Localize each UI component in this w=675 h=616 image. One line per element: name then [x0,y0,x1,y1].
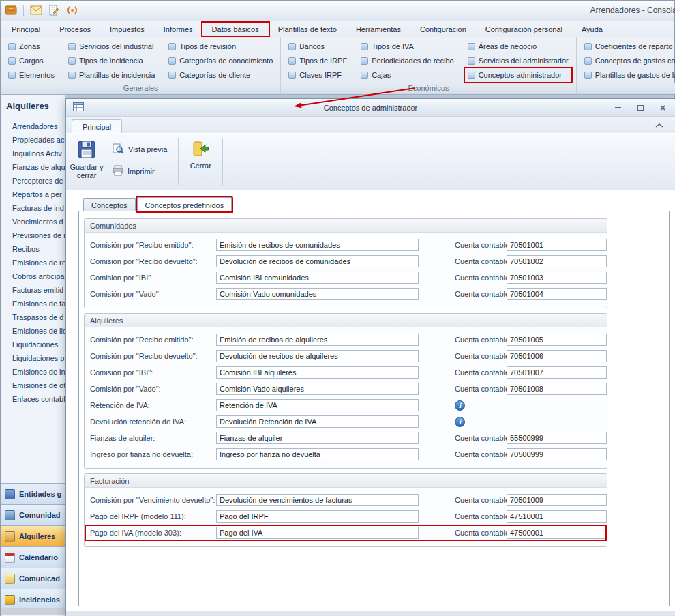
sidebar-item-previsiones-de-i[interactable]: Previsiones de i [1,229,65,242]
close-dialog-button[interactable]: Cerrar [183,136,218,188]
account-input[interactable] [507,239,607,251]
ribbon-item-cargos[interactable]: Cargos [5,54,57,68]
account-input[interactable] [507,255,607,267]
account-input[interactable] [507,366,607,379]
sidebar-item-emisiones-de-ot[interactable]: Emisiones de ot [1,379,65,392]
close-button[interactable]: × [656,102,670,113]
print-button[interactable]: Imprimir [108,163,171,179]
sidebar-item-propiedades-ac[interactable]: Propiedades ac [1,133,65,147]
tab-conceptos-predefinidos[interactable]: Conceptos predefinidos [137,197,232,211]
account-input[interactable] [507,510,607,523]
concept-input[interactable] [216,288,419,300]
account-input[interactable] [507,432,607,444]
sidebar-item-recibos[interactable]: Recibos [1,242,65,256]
concept-input[interactable] [216,272,419,284]
ribbon-item-categorias-de-cliente[interactable]: Categorías de cliente [166,68,275,82]
menu-tab-impuestos[interactable]: Impuestos [100,23,154,36]
nav-item-entidades-g[interactable]: Entidades g [1,483,65,504]
nav-item-alquileres[interactable]: Alquileres [1,525,65,546]
ribbon-item-plantillas-de-gastos-de-la-comunidad[interactable]: Plantillas de gastos de la comunidad [582,68,675,82]
menu-tab-configuracion-personal[interactable]: Configuración personal [476,23,572,36]
ribbon-item-plantillas-de-incidencia[interactable]: Plantillas de incidencia [65,68,158,82]
ribbon-item-coeficientes-de-reparto[interactable]: Coeficientes de reparto [582,40,675,53]
ribbon-item-categorias-de-conocimiento[interactable]: Categorías de conocimiento [166,54,275,68]
nav-item-calendario[interactable]: Calendario [1,546,65,568]
ribbon-item-servicios-del-administrador[interactable]: Servicios del administrador [465,54,571,68]
mail-icon[interactable] [30,5,42,16]
sidebar-item-repartos-a-per[interactable]: Repartos a per [1,188,65,201]
minimize-button[interactable] [611,102,625,113]
ribbon-item-servicios-del-industrial[interactable]: Servicios del industrial [65,40,158,53]
info-icon[interactable]: i [455,417,465,427]
dialog-titlebar[interactable]: Conceptos de administrador × [66,99,675,117]
chevron-up-icon[interactable] [655,121,664,130]
concept-input[interactable] [216,255,419,267]
ribbon-item-cajas[interactable]: Cajas [358,68,456,82]
sidebar-item-facturas-de-ind[interactable]: Facturas de ind [1,201,65,215]
ribbon-item-bancos[interactable]: Bancos [286,40,350,53]
sidebar-item-emisiones-de-in[interactable]: Emisiones de in [1,365,65,379]
concept-input[interactable] [216,383,419,395]
tab-principal[interactable]: Principal [72,119,122,133]
sidebar-item-fianzas-de-alqu[interactable]: Fianzas de alqu [1,160,65,174]
account-input[interactable] [507,527,607,539]
concept-input[interactable] [216,366,419,379]
feed-icon[interactable] [66,5,78,17]
ribbon-item-conceptos-de-gastos-comunitarios[interactable]: Conceptos de gastos comunitarios [582,54,675,68]
nav-item-comunicad[interactable]: Comunicad [1,568,65,589]
account-input[interactable] [507,350,607,362]
concept-input[interactable] [216,510,419,523]
ribbon-item-claves-irpf[interactable]: Claves IRPF [286,68,350,82]
nav-item-comunidad[interactable]: Comunidad [1,504,65,525]
concept-input[interactable] [216,334,419,346]
menu-tab-herramientas[interactable]: Herramientas [346,23,410,36]
ribbon-item-conceptos-administrador[interactable]: Conceptos administrador [465,68,571,82]
save-and-close-button[interactable]: Guardar y cerrar [69,136,104,188]
account-input[interactable] [507,334,607,346]
menu-tab-principal[interactable]: Principal [2,23,50,36]
ribbon-item-elementos[interactable]: Elementos [5,68,57,82]
concept-input[interactable] [216,527,419,539]
menu-tab-ayuda[interactable]: Ayuda [572,23,612,36]
sidebar-item-arrendadores[interactable]: Arrendadores [1,119,65,133]
ribbon-item-zonas[interactable]: Zonas [5,40,57,53]
menu-tab-procesos[interactable]: Procesos [50,23,100,36]
sidebar-item-emisiones-de-re[interactable]: Emisiones de re [1,256,65,269]
maximize-button[interactable] [633,102,647,113]
sidebar-item-cobros-anticipa[interactable]: Cobros anticipa [1,269,65,283]
sidebar-item-liquidaciones[interactable]: Liquidaciones [1,338,65,351]
ribbon-item-tipos-de-revision[interactable]: Tipos de revisión [166,40,275,53]
sidebar-item-liquidaciones-p[interactable]: Liquidaciones p [1,351,65,365]
preview-button[interactable]: Vista previa [108,141,171,158]
sidebar-item-emisiones-de-fa[interactable]: Emisiones de fa [1,297,65,310]
account-input[interactable] [507,494,607,506]
info-icon[interactable]: i [455,400,465,411]
menu-tab-datos-basicos[interactable]: Datos básicos [202,23,269,36]
sidebar-item-inquilinos-activ[interactable]: Inquilinos Activ [1,147,65,160]
sidebar-item-perceptores-de[interactable]: Perceptores de [1,174,65,188]
sidebar-item-emisiones-de-liq[interactable]: Emisiones de liq [1,324,65,338]
menu-tab-plantillas-de-texto[interactable]: Plantillas de texto [269,23,346,36]
ribbon-item-tipos-de-iva[interactable]: Tipos de IVA [358,40,456,53]
notes-icon[interactable] [48,5,60,17]
account-input[interactable] [507,288,607,300]
account-input[interactable] [507,383,607,395]
concept-input[interactable] [216,494,419,506]
concept-input[interactable] [216,432,419,444]
concept-input[interactable] [216,350,419,362]
menu-tab-informes[interactable]: Informes [154,23,202,36]
sidebar-item-enlaces-contabl[interactable]: Enlaces contabl [1,392,65,406]
tab-conceptos[interactable]: Conceptos [83,198,136,211]
menu-tab-configuracion[interactable]: Configuración [410,23,476,36]
account-input[interactable] [507,272,607,284]
archive-icon[interactable] [5,5,17,17]
ribbon-item-periodicidades-de-recibo[interactable]: Periodicidades de recibo [358,54,456,68]
concept-input[interactable] [216,415,419,428]
ribbon-item-tipos-de-irpf[interactable]: Tipos de IRPF [286,54,350,68]
sidebar-item-facturas-emitid[interactable]: Facturas emitid [1,283,65,297]
sidebar-item-vencimientos-d[interactable]: Vencimientos d [1,215,65,229]
ribbon-item-areas-de-negocio[interactable]: Áreas de negocio [465,40,571,53]
account-input[interactable] [507,448,607,460]
sidebar-item-traspasos-de-d[interactable]: Traspasos de d [1,310,65,324]
nav-item-incidencias[interactable]: Incidencias [1,589,65,610]
